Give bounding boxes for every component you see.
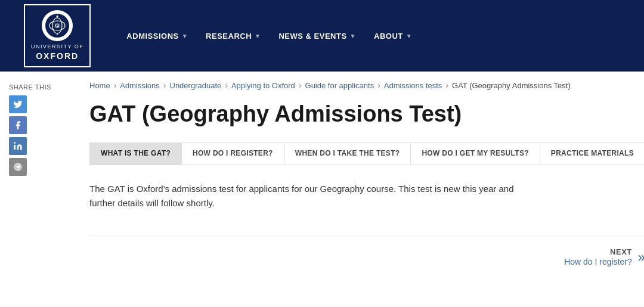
research-arrow-icon: ▼ [255, 33, 261, 39]
news-arrow-icon: ▼ [350, 33, 356, 39]
nav-admissions[interactable]: ADMISSIONS ▼ [120, 27, 194, 45]
nav-news-events[interactable]: NEWS & EVENTS ▼ [273, 27, 362, 45]
reddit-icon [13, 162, 23, 172]
breadcrumb-sep-5: › [377, 80, 380, 90]
tab-practice-materials[interactable]: PRACTICE MATERIALS [540, 142, 644, 165]
tab-bar: WHAT IS THE GAT? HOW DO I REGISTER? WHEN… [89, 142, 644, 165]
breadcrumb-applying-to-oxford[interactable]: Applying to Oxford [231, 81, 295, 90]
breadcrumb-sep-1: › [114, 80, 117, 90]
breadcrumb-admissions-tests[interactable]: Admissions tests [384, 81, 442, 90]
body-text: The GAT is Oxford's admissions test for … [89, 182, 519, 212]
breadcrumb-sep-6: › [445, 80, 448, 90]
linkedin-icon [13, 141, 23, 151]
next-label: NEXT [564, 247, 632, 256]
next-arrows-icon: » [638, 251, 644, 264]
breadcrumb: Home › Admissions › Undergraduate › Appl… [89, 80, 644, 90]
breadcrumb-guide-for-applicants[interactable]: Guide for applicants [305, 81, 374, 90]
breadcrumb-current: GAT (Geography Admissions Test) [452, 81, 571, 90]
page-title: GAT (Geography Admissions Test) [89, 101, 644, 128]
twitter-icon [13, 100, 23, 109]
about-arrow-icon: ▼ [406, 33, 412, 39]
reddit-share-button[interactable] [9, 158, 27, 176]
tab-when-test[interactable]: WHEN DO I TAKE THE TEST? [284, 142, 411, 165]
facebook-share-button[interactable] [9, 116, 27, 134]
breadcrumb-home[interactable]: Home [89, 81, 110, 90]
sidebar: SHARE THIS [0, 72, 78, 291]
linkedin-share-button[interactable] [9, 137, 27, 155]
share-label: SHARE THIS [9, 83, 69, 91]
breadcrumb-admissions[interactable]: Admissions [120, 81, 159, 90]
breadcrumb-sep-3: › [225, 80, 228, 90]
facebook-icon [13, 120, 23, 130]
tab-what-is-gat[interactable]: WHAT IS THE GAT? [89, 142, 182, 165]
crest-icon: ✦ [42, 10, 73, 41]
svg-text:✦: ✦ [56, 25, 58, 28]
tab-how-register[interactable]: HOW DO I REGISTER? [182, 142, 284, 165]
breadcrumb-sep-2: › [163, 80, 166, 90]
breadcrumb-sep-4: › [299, 80, 302, 90]
main-content: Home › Admissions › Undergraduate › Appl… [78, 72, 644, 291]
next-link[interactable]: How do I register? [564, 257, 632, 266]
next-navigation: NEXT How do I register? » [89, 235, 644, 267]
admissions-arrow-icon: ▼ [182, 33, 188, 39]
nav-research[interactable]: RESEARCH ▼ [200, 27, 267, 45]
nav-about[interactable]: ABOUT ▼ [368, 27, 418, 45]
twitter-share-button[interactable] [9, 95, 27, 113]
oxford-logo[interactable]: ✦ UNIVERSITY OF OXFORD [24, 4, 91, 67]
breadcrumb-undergraduate[interactable]: Undergraduate [170, 81, 222, 90]
logo-text: UNIVERSITY OF OXFORD [31, 44, 83, 61]
site-header: ✦ UNIVERSITY OF OXFORD ADMISSIONS ▼ RESE… [0, 0, 644, 72]
tab-get-results[interactable]: HOW DO I GET MY RESULTS? [411, 142, 540, 165]
svg-point-9 [14, 142, 16, 144]
main-nav: ADMISSIONS ▼ RESEARCH ▼ NEWS & EVENTS ▼ … [120, 27, 418, 45]
